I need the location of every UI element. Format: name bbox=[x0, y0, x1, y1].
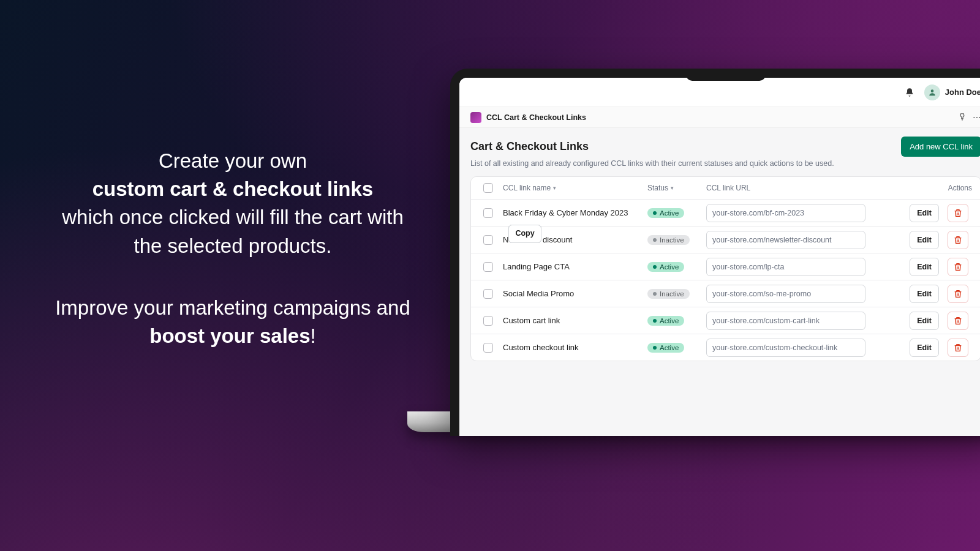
laptop-mockup: John Doe CCL Cart & Checkout Links ⋯ Car… bbox=[450, 69, 980, 436]
trash-icon bbox=[953, 262, 963, 272]
edit-button[interactable]: Edit bbox=[910, 339, 939, 357]
status-dot-icon bbox=[653, 346, 657, 350]
top-bar: John Doe bbox=[459, 78, 980, 107]
status-dot-icon bbox=[653, 319, 657, 323]
delete-button[interactable] bbox=[948, 204, 968, 222]
table-row: Custom cart linkActiveCopyEdit bbox=[471, 307, 980, 334]
trash-icon bbox=[953, 235, 963, 245]
trash-icon bbox=[953, 208, 963, 218]
table-header: CCL link name ▾ Status ▾ CCL link URL Ac… bbox=[471, 177, 980, 199]
link-url-input[interactable] bbox=[706, 339, 865, 357]
table-row: Custom checkout linkActiveCopyEdit bbox=[471, 334, 980, 361]
row-checkbox[interactable] bbox=[483, 343, 493, 353]
link-name: Custom cart link bbox=[503, 316, 644, 325]
table-row: Social Media PromoInactiveCopyEdit bbox=[471, 280, 980, 307]
copy-emphasis: boost your sales bbox=[149, 324, 310, 347]
table-row: Black Friday & Cyber Monday 2023ActiveCo… bbox=[471, 199, 980, 226]
status-badge: Active bbox=[647, 208, 684, 218]
link-name: Social Media Promo bbox=[503, 289, 644, 298]
page-content: Cart & Checkout Links Add new CCL link L… bbox=[459, 128, 980, 436]
app-screen: John Doe CCL Cart & Checkout Links ⋯ Car… bbox=[459, 78, 980, 436]
status-label: Active bbox=[660, 317, 679, 324]
page-title: Cart & Checkout Links bbox=[470, 140, 589, 153]
table-row: Landing Page CTAActiveCopyEdit bbox=[471, 253, 980, 280]
trash-icon bbox=[953, 343, 963, 353]
copy-emphasis: custom cart & checkout links bbox=[92, 178, 373, 200]
status-badge: Active bbox=[647, 343, 684, 353]
row-checkbox[interactable] bbox=[483, 262, 493, 272]
sort-icon: ▾ bbox=[553, 185, 556, 191]
trash-icon bbox=[953, 289, 963, 299]
link-url-input[interactable] bbox=[706, 231, 865, 249]
sort-icon: ▾ bbox=[671, 185, 674, 191]
status-dot-icon bbox=[653, 265, 657, 269]
user-name: John Doe bbox=[945, 88, 980, 97]
edit-button[interactable]: Edit bbox=[910, 312, 939, 330]
copy-line: Improve your marketing campaigns and bbox=[55, 296, 410, 319]
delete-button[interactable] bbox=[948, 312, 968, 330]
status-label: Active bbox=[660, 344, 679, 351]
links-table: CCL link name ▾ Status ▾ CCL link URL Ac… bbox=[470, 176, 980, 361]
row-checkbox[interactable] bbox=[483, 289, 493, 299]
status-label: Inactive bbox=[660, 236, 684, 244]
status-badge: Active bbox=[647, 262, 684, 272]
user-menu[interactable]: John Doe bbox=[924, 84, 980, 100]
status-label: Inactive bbox=[660, 290, 684, 298]
app-header: CCL Cart & Checkout Links ⋯ bbox=[459, 107, 980, 128]
link-url-input[interactable] bbox=[706, 312, 865, 330]
status-dot-icon bbox=[653, 211, 657, 215]
delete-button[interactable] bbox=[948, 231, 968, 249]
status-badge: Inactive bbox=[647, 289, 690, 299]
app-icon bbox=[470, 112, 481, 123]
laptop-bezel: John Doe CCL Cart & Checkout Links ⋯ Car… bbox=[450, 69, 980, 436]
select-all-checkbox[interactable] bbox=[483, 183, 493, 193]
link-url-input[interactable] bbox=[706, 258, 865, 276]
trash-icon bbox=[953, 316, 963, 326]
copy-line: Create your own bbox=[159, 149, 307, 172]
link-url-input[interactable] bbox=[706, 204, 865, 222]
row-checkbox[interactable] bbox=[483, 208, 493, 218]
link-url-input[interactable] bbox=[706, 285, 865, 303]
copy-button[interactable]: Copy bbox=[508, 225, 541, 243]
link-name: Landing Page CTA bbox=[503, 262, 644, 271]
edit-button[interactable]: Edit bbox=[910, 204, 939, 222]
laptop-notch bbox=[686, 69, 766, 81]
svg-point-0 bbox=[930, 89, 933, 92]
link-name: Black Friday & Cyber Monday 2023 bbox=[503, 208, 644, 217]
delete-button[interactable] bbox=[948, 339, 968, 357]
row-checkbox[interactable] bbox=[483, 316, 493, 326]
status-label: Active bbox=[660, 209, 679, 217]
status-dot-icon bbox=[653, 238, 657, 242]
notifications-icon[interactable] bbox=[905, 88, 914, 97]
status-badge: Active bbox=[647, 316, 684, 326]
status-label: Active bbox=[660, 263, 679, 271]
status-badge: Inactive bbox=[647, 235, 690, 245]
table-row: Newsletter discountInactiveCopyEdit bbox=[471, 226, 980, 253]
pin-icon[interactable] bbox=[958, 113, 967, 122]
add-new-link-button[interactable]: Add new CCL link bbox=[901, 137, 980, 157]
avatar-icon bbox=[924, 84, 940, 100]
delete-button[interactable] bbox=[948, 285, 968, 303]
edit-button[interactable]: Edit bbox=[910, 285, 939, 303]
col-header-status[interactable]: Status ▾ bbox=[647, 184, 703, 192]
page-subtitle: List of all existing and already configu… bbox=[470, 159, 980, 168]
edit-button[interactable]: Edit bbox=[910, 258, 939, 276]
marketing-copy: Create your own custom cart & checkout l… bbox=[49, 147, 417, 350]
col-header-url: CCL link URL bbox=[706, 184, 865, 192]
status-dot-icon bbox=[653, 292, 657, 296]
col-header-status-label: Status bbox=[647, 184, 668, 192]
col-header-name[interactable]: CCL link name ▾ bbox=[503, 184, 644, 192]
edit-button[interactable]: Edit bbox=[910, 231, 939, 249]
app-name: CCL Cart & Checkout Links bbox=[486, 113, 953, 122]
title-bar: Cart & Checkout Links Add new CCL link bbox=[470, 137, 980, 157]
copy-line: which once clicked will fill the cart wi… bbox=[62, 206, 404, 257]
col-header-actions: Actions bbox=[869, 184, 974, 192]
row-checkbox[interactable] bbox=[483, 235, 493, 245]
col-header-name-label: CCL link name bbox=[503, 184, 551, 192]
more-icon[interactable]: ⋯ bbox=[973, 113, 980, 122]
copy-line: ! bbox=[311, 324, 316, 347]
delete-button[interactable] bbox=[948, 258, 968, 276]
link-name: Custom checkout link bbox=[503, 343, 644, 352]
